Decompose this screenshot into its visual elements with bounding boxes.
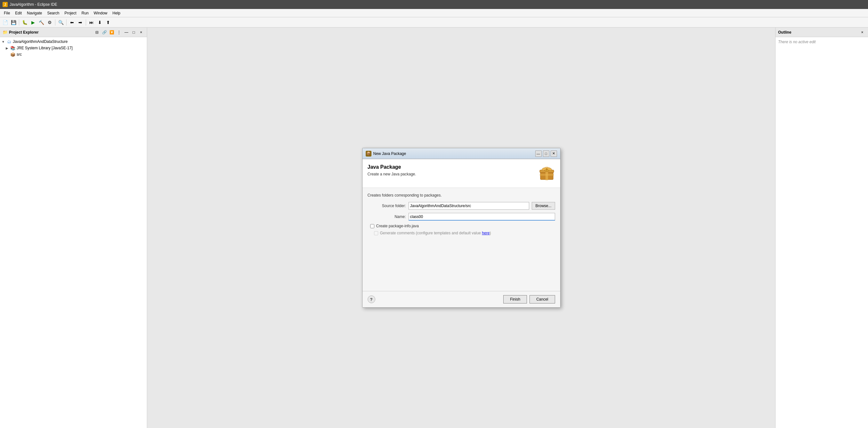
outline-content: There is no active edit	[776, 37, 868, 47]
toolbar-step-return-btn[interactable]: ⬆	[104, 19, 112, 26]
project-tree: ▼ 🗂 JavaAlgorithmAndDataStructure ▶ 📚 JR…	[0, 37, 147, 428]
package-icon	[538, 164, 555, 181]
dialog-title-icon: 📦	[366, 151, 371, 156]
menu-run[interactable]: Run	[79, 10, 91, 16]
toolbar-sep-1	[19, 19, 19, 26]
dialog-minimize-btn[interactable]: —	[535, 150, 542, 157]
project-explorer-folder-icon: 📁	[3, 30, 8, 35]
outline-title: Outline	[778, 30, 791, 35]
main-layout: 📁 Project Explorer ⊟ 🔗 🔽 ⋮ — □ × ▼ 🗂 Jav…	[0, 28, 868, 428]
toolbar-step-over-btn[interactable]: ⏭	[88, 19, 95, 26]
dialog-close-btn[interactable]: ✕	[551, 150, 557, 157]
generate-comments-label: Generate comments (configure templates a…	[380, 231, 491, 235]
generate-comments-text: Generate comments (configure templates a…	[380, 231, 482, 235]
dialog-header: Java Package Create a new Java package.	[363, 159, 560, 188]
dialog-footer: ? Finish Cancel	[363, 291, 560, 307]
close-outline-btn[interactable]: ×	[859, 29, 865, 35]
dialog-overlay: 📦 New Java Package — □ ✕ Java Package Cr…	[147, 28, 775, 428]
outline-panel: Outline × There is no active edit	[775, 28, 868, 428]
dialog-maximize-btn[interactable]: □	[543, 150, 549, 157]
toolbar: 📄 💾 🐛 ▶ 🔨 ⚙ 🔍 ⬅ ➡ ⏭ ⬇ ⬆	[0, 17, 868, 28]
maximize-panel-btn[interactable]: □	[130, 29, 137, 35]
dialog-title-left: 📦 New Java Package	[366, 151, 406, 156]
src-icon: 📦	[10, 52, 16, 57]
close-panel-btn[interactable]: ×	[138, 29, 144, 35]
create-package-info-row: Create package-info.java	[368, 224, 555, 228]
project-explorer-header: 📁 Project Explorer ⊟ 🔗 🔽 ⋮ — □ ×	[0, 28, 147, 37]
tree-toggle-jre[interactable]: ▶	[5, 46, 9, 50]
outline-label: Outline	[778, 30, 791, 35]
source-folder-label: Source folder:	[368, 204, 406, 208]
generate-comments-checkbox[interactable]	[374, 231, 378, 235]
toolbar-new-btn[interactable]: 📄	[1, 19, 9, 26]
cancel-button[interactable]: Cancel	[529, 295, 555, 304]
project-explorer-panel: 📁 Project Explorer ⊟ 🔗 🔽 ⋮ — □ × ▼ 🗂 Jav…	[0, 28, 147, 428]
generate-comments-row: Generate comments (configure templates a…	[368, 231, 555, 235]
outline-no-editor-text: There is no active edit	[778, 40, 815, 44]
jre-label: JRE System Library [JavaSE-17]	[17, 46, 73, 50]
generate-comments-end: )	[490, 231, 491, 235]
browse-button[interactable]: Browse...	[532, 202, 555, 210]
dialog-title-controls: — □ ✕	[535, 150, 557, 157]
name-row: Name:	[368, 213, 555, 221]
toolbar-sep-4	[86, 19, 86, 26]
dialog-title-text: New Java Package	[373, 151, 406, 156]
footer-buttons: Finish Cancel	[503, 295, 555, 304]
toolbar-debug-btn[interactable]: 🐛	[21, 19, 29, 26]
menu-search[interactable]: Search	[44, 10, 62, 16]
toolbar-settings-btn[interactable]: ⚙	[46, 19, 54, 26]
link-editor-btn[interactable]: 🔗	[101, 29, 107, 35]
new-java-package-dialog: 📦 New Java Package — □ ✕ Java Package Cr…	[362, 148, 561, 308]
toolbar-sep-2	[55, 19, 55, 26]
finish-button[interactable]: Finish	[503, 295, 527, 304]
project-icon: 🗂	[6, 39, 11, 44]
menu-bar: File Edit Navigate Search Project Run Wi…	[0, 9, 868, 17]
app-title: JavaAlgorithm - Eclipse IDE	[9, 2, 57, 7]
source-folder-row: Source folder: Browse...	[368, 202, 555, 210]
tree-item-src[interactable]: 📦 src	[0, 51, 147, 58]
jre-icon: 📚	[10, 46, 16, 51]
menu-btn[interactable]: ⋮	[116, 29, 122, 35]
menu-file[interactable]: File	[1, 10, 12, 16]
menu-edit[interactable]: Edit	[12, 10, 24, 16]
dialog-header-text: Java Package Create a new Java package.	[368, 164, 416, 176]
generate-comments-link[interactable]: here	[482, 231, 490, 235]
help-button[interactable]: ?	[368, 295, 375, 303]
create-package-info-label: Create package-info.java	[376, 224, 419, 228]
menu-help[interactable]: Help	[110, 10, 123, 16]
svg-point-9	[546, 169, 548, 171]
tree-toggle-project[interactable]: ▼	[1, 40, 5, 44]
toolbar-build-btn[interactable]: 🔨	[37, 19, 45, 26]
dialog-description: Creates folders corresponding to package…	[368, 193, 555, 198]
tree-item-project[interactable]: ▼ 🗂 JavaAlgorithmAndDataStructure	[0, 38, 147, 45]
menu-window[interactable]: Window	[91, 10, 110, 16]
create-package-info-checkbox[interactable]	[370, 224, 374, 228]
app-icon: J	[3, 2, 8, 7]
toolbar-back-btn[interactable]: ⬅	[68, 19, 76, 26]
panel-actions: ⊟ 🔗 🔽 ⋮ — □ ×	[94, 29, 144, 35]
editor-area: 📦 New Java Package — □ ✕ Java Package Cr…	[147, 28, 775, 428]
dialog-titlebar: 📦 New Java Package — □ ✕	[363, 148, 560, 159]
tree-item-jre[interactable]: ▶ 📚 JRE System Library [JavaSE-17]	[0, 45, 147, 51]
src-label: src	[17, 52, 22, 57]
menu-navigate[interactable]: Navigate	[24, 10, 44, 16]
project-label: JavaAlgorithmAndDataStructure	[13, 39, 67, 44]
toolbar-save-btn[interactable]: 💾	[9, 19, 17, 26]
tree-toggle-src	[5, 53, 9, 56]
svg-rect-3	[540, 174, 554, 176]
toolbar-step-into-btn[interactable]: ⬇	[96, 19, 104, 26]
project-explorer-title: 📁 Project Explorer	[3, 30, 39, 35]
name-input[interactable]	[409, 213, 555, 221]
collapse-all-btn[interactable]: ⊟	[94, 29, 100, 35]
toolbar-forward-btn[interactable]: ➡	[76, 19, 84, 26]
toolbar-run-btn[interactable]: ▶	[29, 19, 37, 26]
dialog-body: Creates folders corresponding to package…	[363, 188, 560, 291]
dialog-body-spacer	[368, 238, 555, 286]
dialog-subtext: Create a new Java package.	[368, 172, 416, 176]
source-folder-input[interactable]	[409, 202, 529, 210]
filter-btn[interactable]: 🔽	[108, 29, 115, 35]
menu-project[interactable]: Project	[62, 10, 79, 16]
minimize-panel-btn[interactable]: —	[123, 29, 130, 35]
toolbar-search-btn[interactable]: 🔍	[57, 19, 65, 26]
name-label: Name:	[368, 215, 406, 219]
